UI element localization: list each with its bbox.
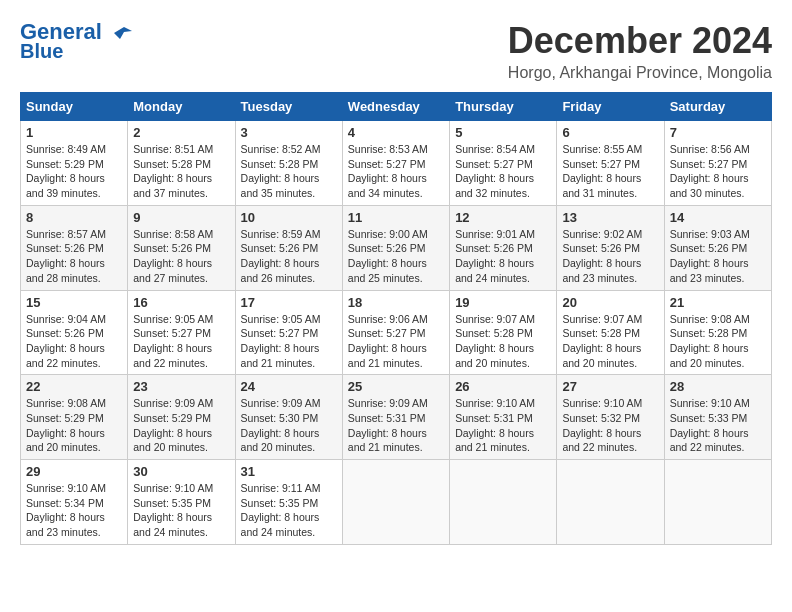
- calendar-day-cell: 11 Sunrise: 9:00 AM Sunset: 5:26 PM Dayl…: [342, 205, 449, 290]
- calendar-day-cell: 2 Sunrise: 8:51 AM Sunset: 5:28 PM Dayli…: [128, 121, 235, 206]
- sunset: Sunset: 5:27 PM: [670, 158, 748, 170]
- location-title: Horgo, Arkhangai Province, Mongolia: [508, 64, 772, 82]
- sunrise: Sunrise: 9:08 AM: [670, 313, 750, 325]
- sunrise: Sunrise: 8:58 AM: [133, 228, 213, 240]
- day-number: 22: [26, 379, 122, 394]
- sunset: Sunset: 5:27 PM: [455, 158, 533, 170]
- day-info: Sunrise: 9:08 AM Sunset: 5:29 PM Dayligh…: [26, 396, 122, 455]
- sunrise: Sunrise: 8:52 AM: [241, 143, 321, 155]
- calendar-day-cell: 18 Sunrise: 9:06 AM Sunset: 5:27 PM Dayl…: [342, 290, 449, 375]
- sunrise: Sunrise: 8:54 AM: [455, 143, 535, 155]
- calendar-day-cell: 14 Sunrise: 9:03 AM Sunset: 5:26 PM Dayl…: [664, 205, 771, 290]
- daylight: Daylight: 8 hours and 22 minutes.: [26, 342, 105, 369]
- sunrise: Sunrise: 9:03 AM: [670, 228, 750, 240]
- sunrise: Sunrise: 8:49 AM: [26, 143, 106, 155]
- daylight: Daylight: 8 hours and 20 minutes.: [241, 427, 320, 454]
- sunset: Sunset: 5:28 PM: [562, 327, 640, 339]
- calendar-day-cell: 25 Sunrise: 9:09 AM Sunset: 5:31 PM Dayl…: [342, 375, 449, 460]
- sunrise: Sunrise: 9:04 AM: [26, 313, 106, 325]
- calendar-day-cell: 29 Sunrise: 9:10 AM Sunset: 5:34 PM Dayl…: [21, 460, 128, 545]
- daylight: Daylight: 8 hours and 24 minutes.: [241, 511, 320, 538]
- sunset: Sunset: 5:28 PM: [455, 327, 533, 339]
- sunset: Sunset: 5:32 PM: [562, 412, 640, 424]
- daylight: Daylight: 8 hours and 39 minutes.: [26, 172, 105, 199]
- day-info: Sunrise: 9:09 AM Sunset: 5:31 PM Dayligh…: [348, 396, 444, 455]
- day-number: 25: [348, 379, 444, 394]
- month-title: December 2024: [508, 20, 772, 62]
- day-number: 20: [562, 295, 658, 310]
- sunrise: Sunrise: 9:01 AM: [455, 228, 535, 240]
- daylight: Daylight: 8 hours and 21 minutes.: [241, 342, 320, 369]
- calendar-week-row: 8 Sunrise: 8:57 AM Sunset: 5:26 PM Dayli…: [21, 205, 772, 290]
- day-info: Sunrise: 9:02 AM Sunset: 5:26 PM Dayligh…: [562, 227, 658, 286]
- sunrise: Sunrise: 8:59 AM: [241, 228, 321, 240]
- day-number: 29: [26, 464, 122, 479]
- sunrise: Sunrise: 9:07 AM: [455, 313, 535, 325]
- day-info: Sunrise: 9:10 AM Sunset: 5:31 PM Dayligh…: [455, 396, 551, 455]
- day-number: 28: [670, 379, 766, 394]
- sunset: Sunset: 5:26 PM: [26, 327, 104, 339]
- daylight: Daylight: 8 hours and 23 minutes.: [26, 511, 105, 538]
- calendar-day-cell: 13 Sunrise: 9:02 AM Sunset: 5:26 PM Dayl…: [557, 205, 664, 290]
- calendar-day-cell: [664, 460, 771, 545]
- calendar-week-row: 15 Sunrise: 9:04 AM Sunset: 5:26 PM Dayl…: [21, 290, 772, 375]
- calendar-day-cell: 6 Sunrise: 8:55 AM Sunset: 5:27 PM Dayli…: [557, 121, 664, 206]
- sunrise: Sunrise: 9:05 AM: [241, 313, 321, 325]
- daylight: Daylight: 8 hours and 20 minutes.: [455, 342, 534, 369]
- title-section: December 2024 Horgo, Arkhangai Province,…: [508, 20, 772, 82]
- calendar-day-cell: 7 Sunrise: 8:56 AM Sunset: 5:27 PM Dayli…: [664, 121, 771, 206]
- sunrise: Sunrise: 9:07 AM: [562, 313, 642, 325]
- col-saturday: Saturday: [664, 93, 771, 121]
- day-info: Sunrise: 9:06 AM Sunset: 5:27 PM Dayligh…: [348, 312, 444, 371]
- calendar-week-row: 29 Sunrise: 9:10 AM Sunset: 5:34 PM Dayl…: [21, 460, 772, 545]
- daylight: Daylight: 8 hours and 23 minutes.: [562, 257, 641, 284]
- sunrise: Sunrise: 9:00 AM: [348, 228, 428, 240]
- sunrise: Sunrise: 9:10 AM: [670, 397, 750, 409]
- sunset: Sunset: 5:35 PM: [133, 497, 211, 509]
- sunrise: Sunrise: 9:05 AM: [133, 313, 213, 325]
- sunset: Sunset: 5:28 PM: [133, 158, 211, 170]
- daylight: Daylight: 8 hours and 23 minutes.: [670, 257, 749, 284]
- col-friday: Friday: [557, 93, 664, 121]
- calendar-day-cell: 3 Sunrise: 8:52 AM Sunset: 5:28 PM Dayli…: [235, 121, 342, 206]
- sunrise: Sunrise: 9:10 AM: [26, 482, 106, 494]
- daylight: Daylight: 8 hours and 35 minutes.: [241, 172, 320, 199]
- sunset: Sunset: 5:26 PM: [26, 242, 104, 254]
- day-info: Sunrise: 9:03 AM Sunset: 5:26 PM Dayligh…: [670, 227, 766, 286]
- day-info: Sunrise: 8:56 AM Sunset: 5:27 PM Dayligh…: [670, 142, 766, 201]
- day-number: 4: [348, 125, 444, 140]
- sunset: Sunset: 5:26 PM: [670, 242, 748, 254]
- calendar-day-cell: 1 Sunrise: 8:49 AM Sunset: 5:29 PM Dayli…: [21, 121, 128, 206]
- day-info: Sunrise: 9:09 AM Sunset: 5:30 PM Dayligh…: [241, 396, 337, 455]
- logo-blue-text: Blue: [20, 40, 63, 62]
- sunrise: Sunrise: 9:02 AM: [562, 228, 642, 240]
- day-number: 24: [241, 379, 337, 394]
- calendar-day-cell: 24 Sunrise: 9:09 AM Sunset: 5:30 PM Dayl…: [235, 375, 342, 460]
- daylight: Daylight: 8 hours and 27 minutes.: [133, 257, 212, 284]
- calendar-week-row: 22 Sunrise: 9:08 AM Sunset: 5:29 PM Dayl…: [21, 375, 772, 460]
- sunset: Sunset: 5:26 PM: [562, 242, 640, 254]
- day-number: 10: [241, 210, 337, 225]
- calendar-day-cell: 20 Sunrise: 9:07 AM Sunset: 5:28 PM Dayl…: [557, 290, 664, 375]
- col-sunday: Sunday: [21, 93, 128, 121]
- day-number: 27: [562, 379, 658, 394]
- day-info: Sunrise: 9:08 AM Sunset: 5:28 PM Dayligh…: [670, 312, 766, 371]
- col-wednesday: Wednesday: [342, 93, 449, 121]
- sunrise: Sunrise: 9:08 AM: [26, 397, 106, 409]
- day-info: Sunrise: 9:07 AM Sunset: 5:28 PM Dayligh…: [562, 312, 658, 371]
- daylight: Daylight: 8 hours and 20 minutes.: [26, 427, 105, 454]
- daylight: Daylight: 8 hours and 24 minutes.: [133, 511, 212, 538]
- sunrise: Sunrise: 8:53 AM: [348, 143, 428, 155]
- col-thursday: Thursday: [450, 93, 557, 121]
- day-number: 1: [26, 125, 122, 140]
- sunrise: Sunrise: 9:06 AM: [348, 313, 428, 325]
- sunset: Sunset: 5:27 PM: [241, 327, 319, 339]
- col-tuesday: Tuesday: [235, 93, 342, 121]
- sunset: Sunset: 5:26 PM: [348, 242, 426, 254]
- daylight: Daylight: 8 hours and 32 minutes.: [455, 172, 534, 199]
- sunset: Sunset: 5:27 PM: [348, 158, 426, 170]
- day-info: Sunrise: 9:07 AM Sunset: 5:28 PM Dayligh…: [455, 312, 551, 371]
- day-info: Sunrise: 9:04 AM Sunset: 5:26 PM Dayligh…: [26, 312, 122, 371]
- day-number: 5: [455, 125, 551, 140]
- svg-marker-0: [114, 27, 132, 39]
